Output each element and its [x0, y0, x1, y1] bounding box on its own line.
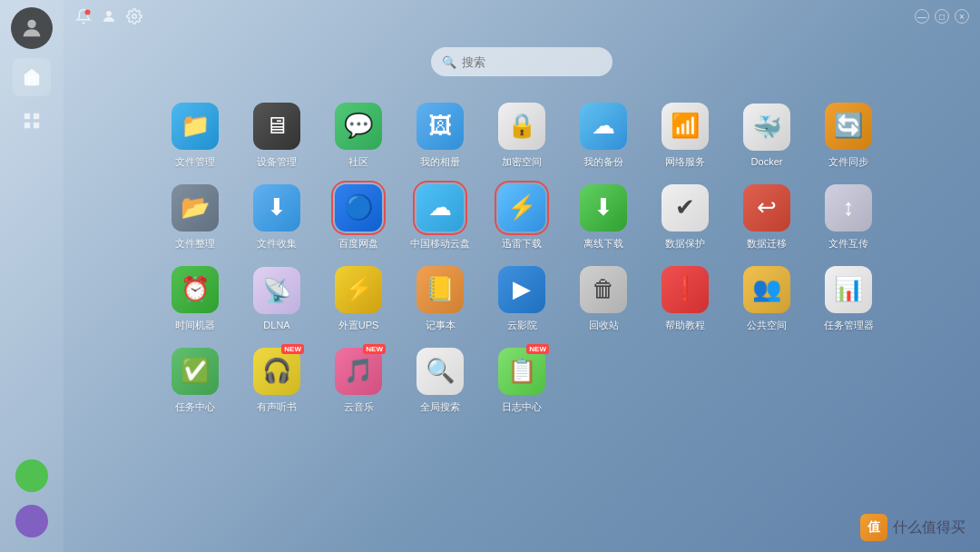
app-item-my-backup[interactable]: ☁ 我的备份 [563, 94, 644, 176]
app-item-xunlei[interactable]: ⚡ 迅雷下载 [481, 176, 563, 258]
minimize-button[interactable]: — [915, 9, 929, 24]
svg-rect-3 [24, 123, 30, 128]
main-content: 🔍 📁 文件管理 🖥 设备管理 💬 社区 🖼 我的相册 🔒 [64, 33, 980, 552]
app-item-timer[interactable]: ⏰ 时间机器 [154, 258, 236, 340]
app-item-china-mobile[interactable]: ☁ 中国移动云盘 [399, 176, 481, 258]
app-icon-file-manager: 📁 [172, 103, 219, 150]
sidebar-grid-icon[interactable] [13, 102, 51, 140]
topbar-user-icon[interactable] [100, 7, 118, 25]
app-item-file-sync[interactable]: 🔄 文件同步 [808, 94, 889, 176]
app-item-dlna[interactable]: 📡 DLNA [236, 258, 318, 340]
app-item-file-manager[interactable]: 📁 文件管理 [154, 94, 236, 176]
app-item-recycle[interactable]: 🗑 回收站 [563, 258, 644, 340]
app-item-log[interactable]: NEW 📋 日志中心 [481, 340, 563, 421]
app-label-log: 日志中心 [502, 400, 542, 414]
app-icon-china-mobile: ☁ [416, 184, 464, 232]
app-icon-task-manager: 📊 [825, 266, 872, 313]
app-item-file-collect[interactable]: ⬇ 文件收集 [236, 176, 318, 258]
app-item-cloud-music[interactable]: NEW 🎵 云音乐 [318, 340, 399, 421]
app-item-device-manager[interactable]: 🖥 设备管理 [236, 94, 318, 176]
app-label-community: 社区 [348, 155, 368, 169]
search-icon: 🔍 [442, 55, 456, 69]
app-item-baidu-drive[interactable]: 🔵 百度网盘 [318, 176, 399, 258]
app-icon-log: NEW 📋 [498, 348, 545, 395]
app-label-my-backup: 我的备份 [583, 155, 623, 169]
app-label-data-migrate: 数据迁移 [747, 237, 787, 251]
app-item-data-protect[interactable]: ✔ 数据保护 [644, 176, 726, 258]
app-icon-timer: ⏰ [172, 266, 219, 313]
app-item-file-transfer[interactable]: ↕ 文件互传 [808, 176, 889, 258]
app-item-help[interactable]: ❗ 帮助教程 [644, 258, 726, 340]
app-icon-device-manager: 🖥 [253, 103, 300, 150]
app-icon-cloud-music: NEW 🎵 [335, 348, 382, 395]
new-badge: NEW [363, 344, 386, 354]
search-input[interactable] [462, 55, 602, 69]
sidebar-home-icon[interactable] [13, 58, 51, 96]
app-label-task-center: 任务中心 [175, 400, 215, 414]
app-item-file-process[interactable]: 📂 文件整理 [154, 176, 236, 258]
app-icon-docker: 🐳 [743, 104, 790, 151]
app-grid: 📁 文件管理 🖥 设备管理 💬 社区 🖼 我的相册 🔒 加密空间 ☁ 我 [136, 94, 907, 421]
app-label-dlna: DLNA [263, 320, 289, 330]
svg-rect-1 [24, 113, 30, 119]
app-item-data-migrate[interactable]: ↩ 数据迁移 [726, 176, 808, 258]
app-icon-cloud-player: ▶ [498, 266, 545, 313]
sidebar [0, 0, 64, 552]
app-icon-network-service: 📶 [662, 103, 709, 150]
app-item-notebook[interactable]: 📒 记事本 [399, 258, 481, 340]
app-label-baidu-drive: 百度网盘 [338, 237, 378, 251]
new-badge: NEW [526, 344, 549, 354]
app-icon-file-transfer: ↕ [825, 184, 872, 232]
app-label-timer: 时间机器 [175, 319, 215, 332]
app-item-public-space[interactable]: 👥 公共空间 [726, 258, 808, 340]
app-label-recycle: 回收站 [589, 319, 619, 332]
app-item-cloud-player[interactable]: ▶ 云影院 [481, 258, 563, 340]
topbar-left [74, 7, 143, 25]
svg-rect-4 [34, 123, 39, 128]
close-button[interactable]: × [955, 9, 969, 24]
app-item-my-group[interactable]: 🖼 我的相册 [399, 94, 481, 176]
app-label-task-manager: 任务管理器 [824, 319, 874, 332]
app-label-offline-download: 离线下载 [583, 237, 623, 251]
app-item-offline-download[interactable]: ⬇ 离线下载 [563, 176, 644, 258]
svg-point-0 [27, 20, 35, 28]
app-label-file-process: 文件整理 [175, 237, 215, 251]
sidebar-avatar[interactable] [11, 7, 53, 49]
app-icon-task-center: ✅ [172, 348, 219, 395]
app-item-task-manager[interactable]: 📊 任务管理器 [808, 258, 889, 340]
watermark-text: 什么值得买 [893, 518, 965, 537]
app-item-docker[interactable]: 🐳 Docker [726, 94, 808, 176]
app-item-audio[interactable]: NEW 🎧 有声听书 [236, 340, 318, 421]
app-label-file-manager: 文件管理 [175, 155, 215, 169]
app-item-ups[interactable]: ⚡ 外置UPS [318, 258, 399, 340]
window-controls: — □ × [915, 9, 969, 24]
watermark-logo: 值 [860, 514, 887, 541]
app-icon-dlna: 📡 [253, 267, 300, 314]
app-item-network-service[interactable]: 📶 网络服务 [644, 94, 726, 176]
app-icon-audio: NEW 🎧 [253, 348, 300, 395]
app-icon-recycle: 🗑 [580, 266, 627, 313]
app-label-cloud-player: 云影院 [507, 319, 537, 332]
topbar-settings-icon[interactable] [125, 7, 143, 25]
app-label-cloud-music: 云音乐 [344, 400, 374, 414]
app-item-community[interactable]: 💬 社区 [318, 94, 399, 176]
app-icon-baidu-drive: 🔵 [335, 184, 382, 232]
app-label-notebook: 记事本 [426, 319, 456, 332]
maximize-button[interactable]: □ [935, 9, 949, 24]
app-icon-search-all: 🔍 [416, 348, 464, 395]
app-icon-data-protect: ✔ [662, 184, 709, 232]
app-item-task-center[interactable]: ✅ 任务中心 [154, 340, 236, 421]
app-icon-public-space: 👥 [743, 266, 790, 313]
app-icon-file-collect: ⬇ [253, 184, 300, 232]
app-item-encrypt-space[interactable]: 🔒 加密空间 [481, 94, 563, 176]
app-label-my-group: 我的相册 [420, 155, 460, 169]
watermark: 值 什么值得买 [860, 514, 965, 541]
app-item-search-all[interactable]: 🔍 全局搜索 [399, 340, 481, 421]
search-bar[interactable]: 🔍 [431, 47, 612, 76]
app-icon-file-sync: 🔄 [825, 103, 872, 150]
app-icon-community: 💬 [335, 103, 382, 150]
app-icon-offline-download: ⬇ [580, 184, 627, 232]
topbar-bell-icon[interactable] [74, 7, 93, 25]
svg-rect-2 [34, 113, 39, 119]
app-label-public-space: 公共空间 [747, 319, 787, 332]
